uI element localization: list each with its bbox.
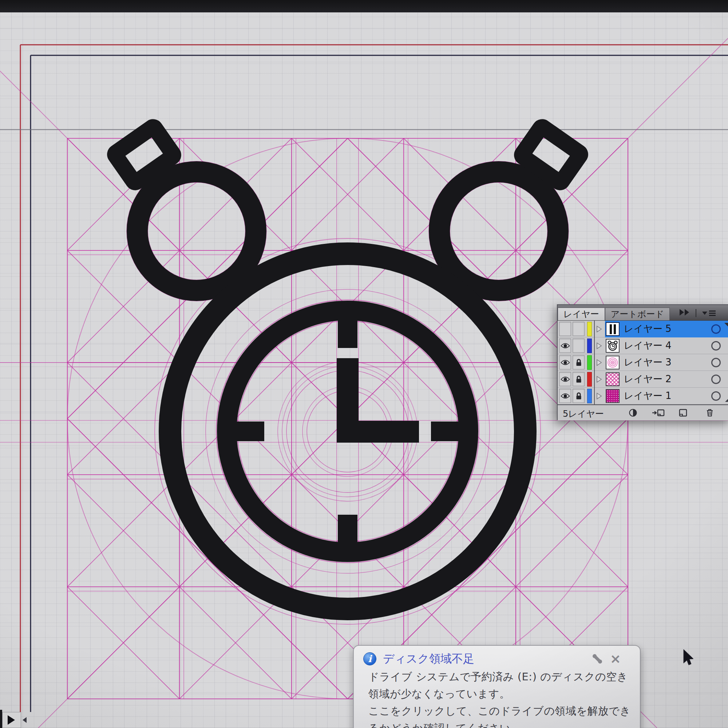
visibility-toggle[interactable]: [559, 338, 571, 353]
layer-thumbnail[interactable]: [606, 356, 619, 369]
layer-thumbnail[interactable]: [606, 322, 619, 336]
panel-menu-icon[interactable]: [702, 310, 716, 316]
collapse-panel-icon[interactable]: [680, 309, 690, 317]
lock-icon: [575, 392, 582, 400]
panel-footer: 5レイヤー: [558, 404, 728, 421]
eye-icon: [561, 393, 570, 399]
scroll-left-icon[interactable]: [23, 717, 27, 723]
separator: [696, 309, 696, 317]
layer-thumbnail[interactable]: [606, 339, 619, 353]
new-sublayer-button[interactable]: [652, 408, 666, 419]
top-application-bar: [0, 0, 728, 12]
scrollbar-corner[interactable]: [2, 712, 21, 728]
layer-name[interactable]: レイヤー 4: [624, 339, 711, 352]
lock-toggle[interactable]: [573, 355, 584, 369]
layer-name[interactable]: レイヤー 5: [624, 323, 711, 335]
tab-layers[interactable]: レイヤー: [558, 307, 605, 320]
alarm-clock-artwork: [114, 126, 581, 609]
layer-row[interactable]: レイヤー 1: [558, 388, 728, 404]
layer-name[interactable]: レイヤー 1: [624, 390, 711, 402]
eye-icon: [561, 359, 570, 366]
visibility-toggle[interactable]: [559, 355, 571, 369]
bell-left: [137, 172, 256, 291]
layer-thumbnail[interactable]: [606, 389, 619, 403]
eye-icon: [561, 376, 570, 382]
layer-name[interactable]: レイヤー 3: [624, 356, 711, 369]
tab-layers-label: レイヤー: [563, 308, 599, 320]
notification-title: ディスク領域不足: [383, 651, 593, 667]
settings-wrench-icon[interactable]: [593, 654, 602, 664]
layer-row[interactable]: レイヤー 2: [558, 371, 728, 388]
panel-tab-bar: レイヤー アートボード: [558, 305, 728, 321]
layer-count: 5レイヤー: [563, 408, 604, 420]
expand-triangle-icon[interactable]: [596, 326, 605, 333]
layer-color-bar: [587, 355, 592, 370]
layer-name[interactable]: レイヤー 2: [624, 373, 711, 385]
lock-toggle[interactable]: [573, 338, 584, 353]
lock-icon: [575, 359, 582, 367]
tab-artboards-label: アートボード: [611, 308, 664, 320]
expand-triangle-icon[interactable]: [596, 392, 605, 400]
target-circle[interactable]: [711, 341, 721, 350]
visibility-toggle[interactable]: [559, 372, 571, 386]
layer-color-bar: [587, 338, 592, 353]
layer-row[interactable]: レイヤー 3: [558, 354, 728, 371]
lock-toggle[interactable]: [573, 372, 584, 386]
application-window: レイヤー アートボード レイヤー 5: [0, 0, 728, 728]
notification-text-line: ドライブ システムで予約済み (E:) のディスクの空き領域が少なくなっています…: [369, 668, 632, 702]
visibility-toggle[interactable]: [559, 389, 571, 403]
eye-icon: [561, 343, 570, 349]
layer-list: レイヤー 5 レイヤー 4: [558, 321, 728, 404]
notification-text-line: ここをクリックして、このドライブの領域を解放できるかどうか確認してください。: [369, 702, 632, 728]
notification-balloon[interactable]: i ディスク領域不足 × ドライブ システムで予約済み (E:) のディスクの空…: [353, 645, 641, 728]
lock-toggle[interactable]: [573, 389, 584, 403]
clock-ticks-and-hands: [237, 320, 459, 542]
visibility-toggle[interactable]: [559, 322, 571, 336]
lock-icon: [575, 375, 582, 383]
layer-row[interactable]: レイヤー 5: [558, 321, 728, 337]
info-icon: i: [363, 652, 376, 665]
target-circle[interactable]: [711, 391, 721, 401]
bell-right: [439, 172, 558, 291]
delete-layer-button[interactable]: [705, 408, 715, 419]
scroll-up-icon[interactable]: [724, 323, 728, 329]
layer-row[interactable]: レイヤー 4: [558, 337, 728, 354]
mouse-cursor-icon: [683, 649, 697, 668]
layer-color-bar: [587, 372, 592, 387]
expand-triangle-icon[interactable]: [596, 342, 605, 349]
target-circle[interactable]: [711, 375, 721, 384]
layer-color-bar: [587, 389, 592, 403]
scroll-right-icon: [8, 715, 15, 725]
notification-body: ドライブ システムで予約済み (E:) のディスクの空き領域が少なくなっています…: [369, 668, 632, 728]
target-circle[interactable]: [711, 358, 721, 367]
lock-toggle[interactable]: [573, 322, 584, 336]
expand-triangle-icon[interactable]: [596, 359, 605, 366]
target-circle[interactable]: [711, 324, 721, 334]
new-layer-button[interactable]: [678, 408, 689, 419]
layers-panel: レイヤー アートボード レイヤー 5: [557, 304, 728, 420]
tab-artboards[interactable]: アートボード: [605, 307, 670, 320]
layer-thumbnail[interactable]: [606, 372, 619, 386]
layer-color-bar: [587, 322, 592, 336]
expand-triangle-icon[interactable]: [596, 376, 605, 383]
close-icon[interactable]: ×: [610, 653, 621, 664]
clipping-mask-button[interactable]: [627, 408, 638, 419]
scroll-down-icon[interactable]: [725, 397, 728, 402]
